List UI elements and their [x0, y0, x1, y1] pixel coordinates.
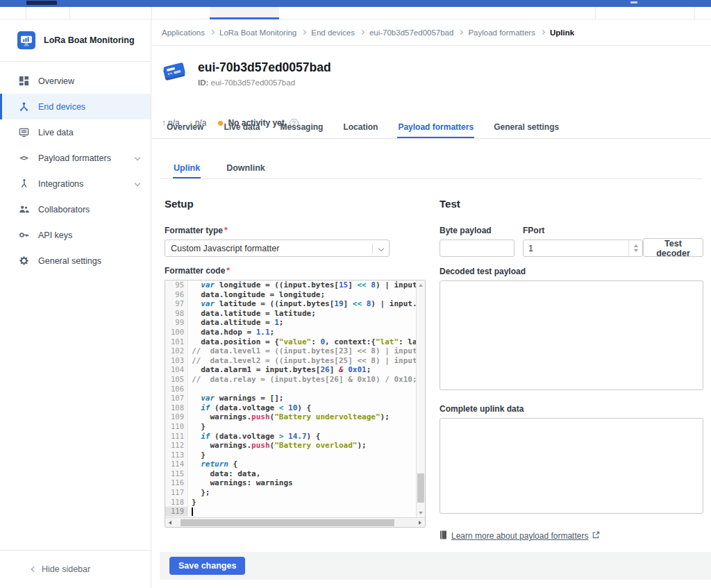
tab-separator — [69, 7, 70, 19]
tab-location[interactable]: Location — [342, 121, 378, 138]
tab-separator — [595, 7, 596, 19]
sidebar-item-label: End devices — [38, 102, 85, 112]
chevron-left-icon — [31, 566, 37, 572]
titlebar-mark — [630, 1, 637, 3]
sidebar-item-collaborators[interactable]: Collaborators — [0, 196, 151, 222]
breadcrumb-item-uplink: Uplink — [550, 28, 574, 37]
breadcrumb-item-payload-formatters[interactable]: Payload formatters — [468, 28, 535, 37]
display-icon — [18, 127, 29, 138]
sidebar-item-general-settings[interactable]: General settings — [0, 248, 151, 274]
fport-stepper[interactable] — [628, 240, 642, 256]
sidebar: LoRa Boat Monitoring Overview End device… — [0, 19, 151, 588]
device-icon — [160, 59, 188, 87]
test-heading: Test — [440, 198, 703, 210]
application-name: LoRa Boat Monitoring — [44, 35, 135, 45]
scroll-right-arrow[interactable] — [415, 518, 425, 527]
learn-more-link[interactable]: Learn more about payload formatters — [440, 530, 703, 541]
tab-live-data[interactable]: Live data — [223, 121, 260, 138]
external-link-icon — [592, 531, 600, 541]
chevron-down-icon — [135, 180, 140, 186]
save-changes-button[interactable]: Save changes — [169, 557, 245, 575]
complete-uplink-label: Complete uplink data — [440, 404, 703, 414]
sidebar-item-live-data[interactable]: Live data — [0, 119, 151, 145]
tab-overview[interactable]: Overview — [166, 121, 204, 138]
learn-more-text[interactable]: Learn more about payload formatters — [451, 531, 588, 541]
subtab-downlink[interactable]: Downlink — [226, 163, 266, 178]
complete-uplink-textarea[interactable] — [440, 418, 703, 514]
required-asterisk: * — [224, 226, 228, 235]
chevron-down-icon — [135, 155, 140, 160]
page-title: eui-70b3d57ed0057bad — [198, 60, 331, 75]
sidebar-item-label: Payload formatters — [38, 153, 111, 163]
active-browser-tab[interactable] — [210, 7, 279, 19]
byte-payload-input[interactable] — [440, 240, 515, 257]
stepper-up-icon[interactable] — [634, 244, 638, 247]
chevron-right-icon — [210, 30, 215, 35]
byte-payload-field: Byte payload — [440, 226, 515, 257]
sidebar-item-payload-formatters[interactable]: <> Payload formatters — [0, 145, 151, 171]
formatter-code-label: Formatter code* — [165, 266, 426, 276]
test-inputs-row: Byte payload FPort Test decoder — [440, 226, 703, 257]
code-icon: <> — [18, 153, 29, 164]
formatter-type-label: Formatter type* — [165, 226, 426, 235]
sidebar-item-api-keys[interactable]: API keys — [0, 222, 151, 248]
horizontal-scrollbar[interactable] — [165, 517, 425, 527]
application-icon — [17, 31, 35, 49]
browser-tab-strip — [0, 7, 711, 19]
grid-icon — [18, 76, 29, 87]
code-editor[interactable]: 95 var longitude = ((input.bytes[15] << … — [165, 280, 426, 528]
setup-section: Setup Formatter type* Custom Javascript … — [165, 198, 426, 528]
sidebar-item-overview[interactable]: Overview — [0, 68, 151, 94]
hide-sidebar-button[interactable]: Hide sidebar — [0, 550, 151, 588]
chevron-right-icon — [540, 30, 545, 35]
tab-messaging[interactable]: Messaging — [279, 121, 324, 138]
device-id: ID: eui-70b3d57ed0057bad — [198, 78, 331, 87]
scroll-left-arrow[interactable] — [165, 518, 175, 527]
select-divider — [372, 244, 373, 253]
sidebar-item-label: Live data — [38, 128, 74, 137]
hide-sidebar-label: Hide sidebar — [42, 564, 90, 574]
stepper-down-icon[interactable] — [634, 249, 638, 252]
application-header[interactable]: LoRa Boat Monitoring — [0, 19, 151, 62]
chevron-down-icon — [378, 245, 384, 251]
decoded-payload-label: Decoded test payload — [440, 267, 703, 276]
key-icon — [18, 230, 29, 241]
fport-input-wrap — [523, 240, 643, 257]
gear-icon — [18, 255, 29, 267]
sidebar-item-label: Overview — [38, 76, 74, 86]
tab-separator — [26, 7, 26, 19]
formatter-type-select[interactable]: Custom Javascript formatter — [165, 240, 390, 257]
tab-payload-formatters[interactable]: Payload formatters — [397, 121, 474, 138]
horizontal-scroll-thumb[interactable] — [181, 519, 394, 526]
breadcrumb-item-applications[interactable]: Applications — [162, 28, 205, 37]
breadcrumb-item-application[interactable]: LoRa Boat Monitoring — [219, 28, 296, 37]
breadcrumb-item-end-devices[interactable]: End devices — [311, 28, 355, 37]
vertical-scrollbar[interactable] — [416, 280, 425, 517]
fport-field: FPort — [523, 226, 643, 257]
device-id-prefix: ID: — [198, 78, 208, 87]
vertical-scroll-thumb[interactable] — [417, 473, 424, 503]
tab-separator — [694, 7, 695, 19]
formatter-subtabs: Uplink Downlink — [160, 163, 703, 179]
test-decoder-button[interactable]: Test decoder — [643, 238, 703, 257]
code-editor-lines[interactable]: 95 var longitude = ((input.bytes[15] << … — [165, 280, 425, 517]
breadcrumb-item-device[interactable]: eui-70b3d57ed0057bad — [369, 28, 454, 37]
decoded-payload-textarea[interactable] — [440, 280, 703, 390]
sidebar-item-end-devices[interactable]: End devices — [0, 94, 151, 119]
sidebar-item-label: Collaborators — [38, 205, 90, 215]
device-title-block: eui-70b3d57ed0057bad ID: eui-70b3d57ed00… — [198, 59, 331, 87]
sidebar-menu: Overview End devices Live data <> Payloa… — [0, 62, 151, 274]
fport-input[interactable] — [523, 240, 643, 257]
scroll-up-arrow[interactable] — [417, 280, 425, 289]
node-icon — [18, 101, 29, 112]
book-icon — [440, 530, 447, 541]
subtab-uplink[interactable]: Uplink — [173, 163, 201, 178]
tab-general-settings[interactable]: General settings — [493, 121, 560, 138]
breadcrumb: Applications LoRa Boat Monitoring End de… — [152, 19, 711, 46]
scroll-down-arrow[interactable] — [417, 508, 425, 517]
browser-title-bar — [0, 0, 711, 7]
device-header: eui-70b3d57ed0057bad ID: eui-70b3d57ed00… — [160, 59, 331, 87]
chevron-right-icon — [301, 30, 306, 35]
sidebar-item-integrations[interactable]: Integrations — [0, 171, 151, 196]
sidebar-item-label: General settings — [38, 256, 101, 266]
